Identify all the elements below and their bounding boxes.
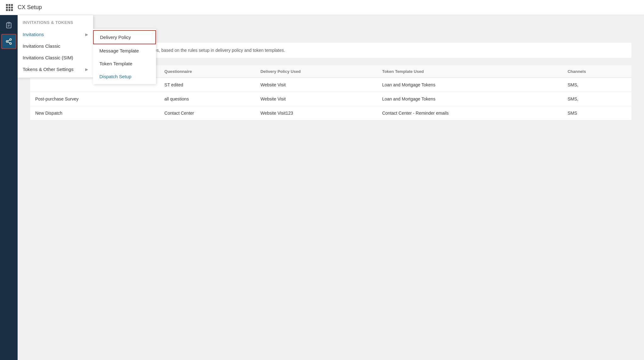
submenu-item-invitations-classic-sim[interactable]: Invitations Classic (SIM) [18, 52, 93, 63]
svg-rect-0 [8, 22, 10, 24]
cell-channels-1: SMS, [563, 92, 631, 106]
col-delivery-policy: Delivery Policy Used [255, 65, 377, 78]
sidebar-clipboard-icon[interactable] [1, 18, 16, 33]
submenu-arrow-tokens: ▶ [85, 67, 88, 72]
top-bar: CX Setup [0, 0, 644, 15]
svg-line-6 [8, 42, 10, 43]
sub-menu-panel: Invitations & Tokens Invitations ▶ Invit… [18, 15, 93, 78]
flyout-item-message-template[interactable]: Message Template [93, 44, 156, 57]
sidebar-dispatch-icon[interactable] [1, 34, 16, 49]
cell-questionnaire-0: ST edited [159, 78, 255, 92]
table-row: Post-purchase Survey all questions Websi… [30, 92, 631, 106]
submenu-item-tokens-other[interactable]: Tokens & Other Settings ▶ [18, 63, 93, 75]
cell-delivery-policy-0: Website Visit [255, 78, 377, 92]
sidebar [0, 15, 18, 360]
cell-delivery-policy-1: Website Visit [255, 92, 377, 106]
col-channels: Channels [563, 65, 631, 78]
submenu-header: Invitations & Tokens [18, 18, 93, 29]
svg-line-7 [8, 40, 10, 41]
cell-name-1: Post-purchase Survey [30, 92, 159, 106]
cell-delivery-policy-2: Website Visit123 [255, 106, 377, 120]
flyout-menu: Delivery Policy Message Template Token T… [93, 29, 156, 84]
flyout-item-dispatch-setup[interactable]: Dispatch Setup [93, 70, 156, 83]
cell-token-template-0: Loan and Mortgage Tokens [377, 78, 563, 92]
submenu-item-invitations[interactable]: Invitations ▶ [18, 29, 93, 40]
cell-channels-0: SMS, [563, 78, 631, 92]
cell-name-2: New Dispatch [30, 106, 159, 120]
submenu-item-invitations-classic[interactable]: Invitations Classic [18, 40, 93, 52]
flyout-item-token-template[interactable]: Token Template [93, 57, 156, 70]
cell-questionnaire-2: Contact Center [159, 106, 255, 120]
col-token-template: Token Template Used [377, 65, 563, 78]
app-title: CX Setup [18, 4, 42, 11]
main-layout: Invitations & Tokens Invitations ▶ Invit… [0, 15, 644, 360]
col-questionnaire: Questionnaire [159, 65, 255, 78]
flyout-item-delivery-policy[interactable]: Delivery Policy [93, 30, 156, 44]
table-row: New Dispatch Contact Center Website Visi… [30, 106, 631, 120]
grid-menu-icon[interactable] [5, 3, 14, 12]
cell-questionnaire-1: all questions [159, 92, 255, 106]
cell-token-template-2: Contact Center - Reminder emails [377, 106, 563, 120]
cell-token-template-1: Loan and Mortgage Tokens [377, 92, 563, 106]
cell-channels-2: SMS [563, 106, 631, 120]
submenu-arrow-invitations: ▶ [85, 32, 88, 37]
